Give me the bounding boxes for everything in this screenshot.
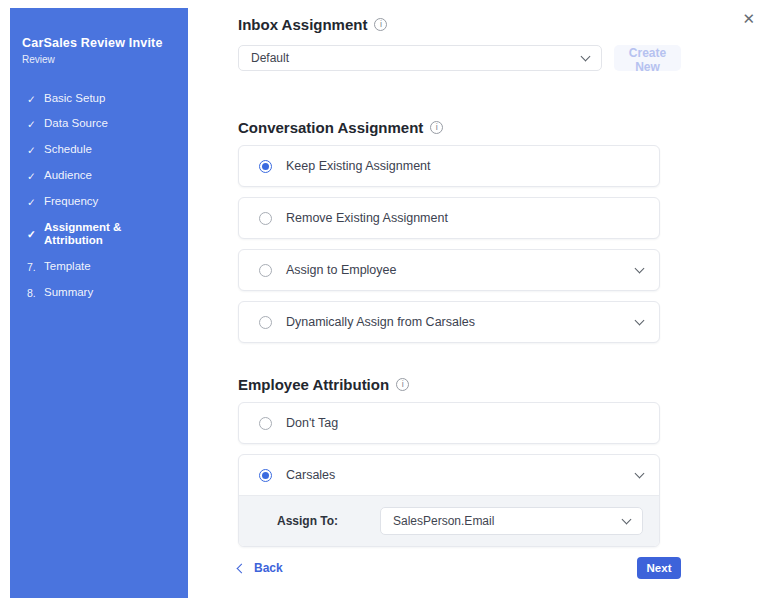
next-button[interactable]: Next — [637, 557, 681, 579]
sidebar-item-label: Assignment & Attribution — [44, 221, 178, 249]
assign-to-panel: Assign To:SalesPerson.Email — [239, 495, 659, 546]
employee-attribution-heading: Employee Attribution i — [238, 375, 681, 394]
inbox-select-value: Default — [251, 51, 289, 65]
option-assign-to-employee[interactable]: Assign to Employee — [239, 250, 659, 290]
sidebar-item-basic-setup[interactable]: ✓Basic Setup — [22, 86, 178, 112]
inbox-assignment-row: Default Create New — [238, 45, 681, 71]
radio-unselected-icon[interactable] — [259, 316, 272, 329]
inbox-select[interactable]: Default — [238, 45, 602, 71]
conversation-assignment-options: Keep Existing AssignmentRemove Existing … — [238, 145, 660, 343]
radio-dot — [262, 472, 269, 479]
wizard-sidebar: CarSales Review Invite Review ✓Basic Set… — [10, 8, 188, 598]
chevron-down-icon[interactable] — [635, 468, 645, 478]
wizard-subtitle: Review — [22, 54, 178, 65]
option-card-assign-to-employee: Assign to Employee — [238, 249, 660, 291]
radio-dot — [262, 163, 269, 170]
option-card-don-t-tag: Don't Tag — [238, 402, 660, 444]
sidebar-item-label: Template — [44, 260, 91, 274]
radio-unselected-icon[interactable] — [259, 417, 272, 430]
option-card-dynamically-assign-from-carsales: Dynamically Assign from Carsales — [238, 301, 660, 343]
option-card-remove-existing-assignment: Remove Existing Assignment — [238, 197, 660, 239]
sidebar-item-frequency[interactable]: ✓Frequency — [22, 189, 178, 215]
sidebar-item-label: Summary — [44, 286, 93, 300]
employee-attribution-heading-text: Employee Attribution — [238, 375, 389, 394]
assign-to-label: Assign To: — [277, 514, 342, 528]
option-label: Dynamically Assign from Carsales — [286, 315, 636, 329]
sidebar-item-data-source[interactable]: ✓Data Source — [22, 111, 178, 137]
check-icon: ✓ — [27, 196, 44, 208]
option-card-keep-existing-assignment: Keep Existing Assignment — [238, 145, 660, 187]
wizard-footer: Back Next — [238, 557, 681, 579]
assign-to-select-value: SalesPerson.Email — [393, 514, 494, 528]
sidebar-item-label: Schedule — [44, 143, 92, 157]
check-icon: ✓ — [27, 170, 44, 182]
create-new-button[interactable]: Create New — [614, 45, 681, 71]
sidebar-item-label: Basic Setup — [44, 92, 105, 106]
wizard-title: CarSales Review Invite — [22, 36, 178, 52]
option-don-t-tag[interactable]: Don't Tag — [239, 403, 659, 443]
sidebar-item-label: Audience — [44, 169, 92, 183]
chevron-left-icon — [237, 563, 247, 573]
sidebar-item-schedule[interactable]: ✓Schedule — [22, 137, 178, 163]
option-label: Assign to Employee — [286, 263, 636, 277]
sidebar-item-label: Data Source — [44, 117, 108, 131]
check-icon: ✓ — [27, 93, 44, 105]
radio-selected-icon[interactable] — [259, 469, 272, 482]
option-label: Carsales — [286, 468, 636, 482]
option-label: Keep Existing Assignment — [286, 159, 643, 173]
info-icon[interactable]: i — [396, 378, 409, 391]
chevron-down-icon — [622, 514, 632, 524]
option-label: Don't Tag — [286, 416, 643, 430]
step-number: 7. — [27, 261, 44, 273]
sidebar-item-template[interactable]: 7.Template — [22, 254, 178, 280]
sidebar-item-label: Frequency — [44, 195, 98, 209]
radio-unselected-icon[interactable] — [259, 264, 272, 277]
option-carsales[interactable]: Carsales — [239, 455, 659, 495]
option-keep-existing-assignment[interactable]: Keep Existing Assignment — [239, 146, 659, 186]
radio-unselected-icon[interactable] — [259, 212, 272, 225]
sidebar-item-summary[interactable]: 8.Summary — [22, 280, 178, 306]
close-icon[interactable]: ✕ — [742, 11, 755, 26]
chevron-down-icon — [581, 51, 591, 61]
step-number: 8. — [27, 287, 44, 299]
sidebar-item-assignment-attribution[interactable]: ✓Assignment & Attribution — [22, 215, 178, 255]
conversation-assignment-heading: Conversation Assignment i — [238, 118, 681, 137]
back-button-label: Back — [254, 561, 283, 575]
check-icon: ✓ — [27, 144, 44, 156]
option-card-carsales: CarsalesAssign To:SalesPerson.Email — [238, 454, 660, 547]
info-icon[interactable]: i — [430, 121, 443, 134]
info-icon[interactable]: i — [374, 18, 387, 31]
chevron-down-icon[interactable] — [635, 315, 645, 325]
employee-attribution-options: Don't TagCarsalesAssign To:SalesPerson.E… — [238, 402, 660, 547]
wizard-step-panel: Inbox Assignment i Default Create New Co… — [238, 0, 681, 579]
inbox-assignment-heading-text: Inbox Assignment — [238, 15, 367, 34]
conversation-assignment-heading-text: Conversation Assignment — [238, 118, 423, 137]
wizard-steps: ✓Basic Setup✓Data Source✓Schedule✓Audien… — [22, 86, 178, 306]
option-label: Remove Existing Assignment — [286, 211, 643, 225]
back-button[interactable]: Back — [238, 561, 283, 575]
radio-selected-icon[interactable] — [259, 160, 272, 173]
check-icon: ✓ — [27, 228, 44, 240]
option-dynamically-assign-from-carsales[interactable]: Dynamically Assign from Carsales — [239, 302, 659, 342]
sidebar-item-audience[interactable]: ✓Audience — [22, 163, 178, 189]
inbox-assignment-heading: Inbox Assignment i — [238, 15, 681, 34]
option-remove-existing-assignment[interactable]: Remove Existing Assignment — [239, 198, 659, 238]
chevron-down-icon[interactable] — [635, 263, 645, 273]
check-icon: ✓ — [27, 118, 44, 130]
assign-to-select[interactable]: SalesPerson.Email — [380, 507, 643, 535]
